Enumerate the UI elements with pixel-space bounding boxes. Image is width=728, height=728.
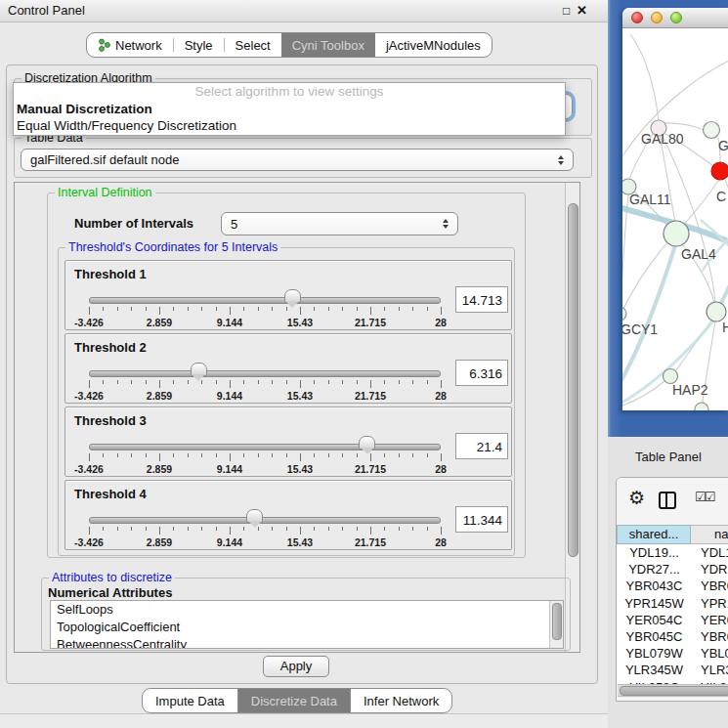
tab-discretize-data[interactable]: Discretize Data	[237, 689, 351, 712]
tick-label: 21.715	[355, 317, 386, 328]
dropdown-option-equal-width-frequency[interactable]: Equal Width/Frequency Discretization	[14, 117, 565, 134]
apply-button[interactable]: Apply	[263, 656, 329, 677]
slider-thumb[interactable]	[191, 363, 207, 376]
list-item[interactable]: BetweennessCentrality	[51, 636, 549, 649]
threshold-1-value-field[interactable]: 14.713	[455, 286, 508, 313]
network-node-right[interactable]	[707, 302, 726, 321]
node-label: GCY1	[622, 321, 658, 337]
table-row[interactable]: YBR043CYBR0	[618, 578, 728, 594]
table-data-combobox[interactable]: galFiltered.sif default node	[21, 149, 574, 171]
network-node-red[interactable]	[711, 162, 728, 180]
slider-tick-labels: -3.4262.8599.14415.4321.71528	[89, 463, 441, 475]
table-panel-title: Table Panel	[635, 450, 702, 464]
network-node-gal4[interactable]	[664, 221, 689, 246]
table-cell: YBR045C	[618, 629, 691, 644]
column-header-name[interactable]: name	[691, 525, 728, 544]
cyni-bottom-tab-bar: Impute Data Discretize Data Infer Networ…	[142, 688, 452, 713]
group-label: Threshold's Coordinates for 5 Intervals	[65, 240, 280, 254]
tick-label: 2.859	[147, 463, 172, 475]
algorithm-dropdown-popup: Select algorithm to view settings Manual…	[13, 82, 566, 136]
table-cell: YBL0	[691, 646, 728, 661]
list-item[interactable]: SelfLoops	[51, 601, 549, 619]
gear-icon[interactable]: ⚙	[628, 489, 645, 507]
table-row[interactable]: YBL079WYBL0	[618, 645, 728, 662]
slider-scale	[89, 527, 441, 535]
tab-infer-network[interactable]: Infer Network	[351, 689, 451, 712]
table-row[interactable]: YDL19...YDL1	[618, 544, 728, 561]
slider-thumb[interactable]	[246, 509, 263, 523]
node-table-body[interactable]: YDL19...YDL1YDR27...YDR2YBR043CYBR0YPR14…	[618, 544, 728, 684]
minimize-traffic-light-icon[interactable]	[651, 12, 663, 23]
table-row[interactable]: YER054CYER0	[618, 612, 728, 628]
horizontal-scrollbar[interactable]	[618, 684, 728, 697]
network-window: GAL80GAGAL11CGAL4GCY1HHAP2	[622, 8, 728, 410]
slider-tick-labels: -3.4262.8599.14415.4321.71528	[89, 390, 441, 402]
table-row[interactable]: YDR27...YDR2	[618, 561, 728, 578]
threshold-3-value-field[interactable]: 21.4	[455, 433, 508, 459]
split-columns-icon[interactable]	[659, 492, 676, 509]
table-toolbar: ⚙ ☑☑	[617, 478, 728, 524]
dropdown-option-manual-discretization[interactable]: Manual Discretization	[14, 101, 565, 117]
threshold-2-value-field[interactable]: 6.316	[455, 360, 508, 386]
group-label: Attributes to discretize	[49, 571, 175, 584]
slider-track[interactable]	[89, 517, 441, 524]
slider-track[interactable]	[89, 370, 441, 377]
slider-scale	[89, 453, 441, 462]
tab-cyni-toolbox[interactable]: Cyni Toolbox	[281, 33, 375, 57]
numerical-attributes-heading: Numerical Attributes	[48, 585, 172, 600]
network-node-bottom[interactable]	[695, 403, 708, 410]
node-label: HAP2	[672, 382, 708, 398]
scrollbar-thumb[interactable]	[568, 203, 578, 557]
table-row[interactable]: YBR045CYBR0	[618, 628, 728, 645]
tab-select[interactable]: Select	[225, 33, 281, 57]
threshold-4-value-field[interactable]: 11.344	[455, 506, 508, 533]
slider-track[interactable]	[89, 297, 441, 304]
slider-track[interactable]	[89, 444, 441, 450]
node-label: H	[722, 320, 728, 335]
combo-arrows-icon	[443, 219, 449, 229]
slider-tick-labels: -3.4262.8599.14415.4321.71528	[89, 317, 441, 328]
tab-impute-data[interactable]: Impute Data	[143, 689, 237, 712]
slider-scale	[89, 380, 441, 389]
table-cell: YBL079W	[618, 646, 691, 661]
table-cell: YDR2	[691, 562, 728, 577]
scrollbar-thumb[interactable]	[620, 686, 728, 696]
cyni-toolbox-content: Discretization Algorithm Select algorith…	[6, 64, 598, 684]
slider-thumb[interactable]	[284, 289, 301, 303]
number-of-intervals-label: Number of Intervals	[74, 216, 193, 231]
float-window-icon[interactable]: □	[563, 3, 570, 19]
network-view-canvas[interactable]: GAL80GAGAL11CGAL4GCY1HHAP2	[622, 28, 728, 410]
close-icon[interactable]: ✕	[577, 3, 587, 19]
close-traffic-light-icon[interactable]	[631, 12, 643, 23]
control-panel-titlebar: Control Panel □ ✕	[0, 0, 608, 22]
tick-label: 15.43	[287, 390, 313, 402]
panel-title: Control Panel	[8, 3, 85, 18]
network-node-top[interactable]	[704, 122, 720, 139]
list-scrollbar[interactable]	[549, 601, 563, 648]
slider-thumb[interactable]	[359, 436, 375, 450]
zoom-traffic-light-icon[interactable]	[670, 12, 682, 23]
table-row[interactable]: YLR345WYLR3	[618, 662, 728, 678]
list-item[interactable]: TopologicalCoefficient	[51, 619, 549, 636]
tick-label: 2.859	[147, 317, 172, 328]
table-cell: YPR145W	[618, 596, 691, 611]
select-columns-icon[interactable]: ☑☑	[695, 490, 713, 504]
tab-jactivemnodules[interactable]: jActiveMNodules	[375, 33, 492, 57]
tab-style[interactable]: Style	[174, 33, 224, 57]
table-row[interactable]: YPR145WYPR1	[618, 595, 728, 612]
table-data-group: Table Data galFiltered.sif default node	[14, 138, 592, 178]
tick-label: -3.426	[74, 463, 104, 475]
number-of-intervals-combobox[interactable]: 5	[221, 212, 458, 236]
network-node-gcy1[interactable]	[622, 307, 626, 321]
table-cell: YBR0	[691, 578, 728, 593]
tab-network[interactable]: Network	[87, 33, 173, 57]
tick-label: 9.144	[217, 536, 242, 548]
node-label: GAL11	[629, 192, 671, 207]
tab-label: Cyni Toolbox	[292, 38, 364, 53]
numerical-attributes-list[interactable]: SelfLoopsTopologicalCoefficientBetweenne…	[50, 600, 564, 649]
column-header-shared[interactable]: shared...	[617, 525, 691, 544]
tick-label: -3.426	[74, 536, 104, 548]
table-panel-area: Table Panel ⚙ ☑☑ shared... name YDL19...…	[608, 437, 728, 728]
scrollbar-thumb[interactable]	[552, 603, 562, 640]
network-window-titlebar	[622, 8, 728, 28]
